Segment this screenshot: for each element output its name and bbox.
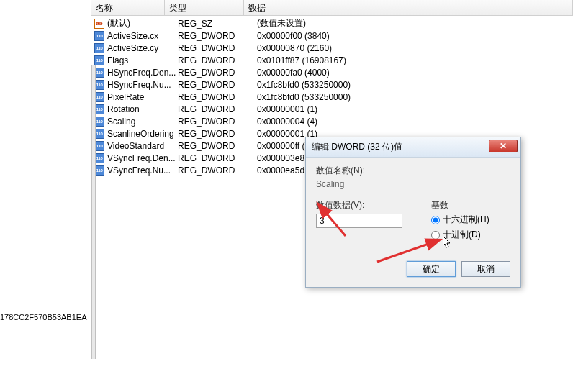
radio-hex[interactable]: 十六进制(H) [431,214,510,226]
value-name-label: 数值名称(N): [316,165,510,177]
ok-button[interactable]: 确定 [407,261,456,277]
row-type: REG_DWORD [178,31,257,41]
close-button[interactable]: ✕ [489,140,518,152]
reg-dword-icon [94,129,104,139]
header-data[interactable]: 数据 [244,0,573,15]
row-type: REG_DWORD [178,104,257,114]
row-data: 0x0101ff87 (16908167) [257,55,573,65]
value-data-label: 数值数据(V): [316,199,417,211]
row-data: (数值未设置) [257,17,573,29]
row-type: REG_DWORD [178,92,257,102]
row-data: 0x1fc8bfd0 (533250000) [257,80,573,90]
row-name: HSyncFreq.Den... [107,68,178,78]
header-type[interactable]: 类型 [165,0,244,15]
reg-sz-icon [94,19,104,29]
row-name: VSyncFreq.Den... [107,153,178,163]
row-data: 0x00000870 (2160) [257,43,573,53]
value-data-input[interactable] [316,214,402,228]
row-type: REG_DWORD [178,165,257,176]
row-data: 0x00000001 (1) [257,104,573,114]
reg-dword-icon [94,117,104,127]
radio-dec-label: 十进制(D) [443,229,481,241]
table-row[interactable]: FlagsREG_DWORD0x0101ff87 (16908167) [91,54,573,66]
reg-dword-icon [94,43,104,53]
base-label: 基数 [431,199,510,211]
row-data: 0x1fc8bfd0 (533250000) [257,92,573,102]
edit-dword-dialog: 编辑 DWORD (32 位)值 ✕ 数值名称(N): Scaling 数值数据… [305,137,521,288]
table-row[interactable]: ScalingREG_DWORD0x00000004 (4) [91,115,573,127]
close-icon: ✕ [500,141,507,151]
reg-dword-icon [94,68,104,78]
row-type: REG_DWORD [178,141,257,151]
row-name: Rotation [107,104,178,114]
row-type: REG_DWORD [178,117,257,127]
reg-dword-icon [94,92,104,102]
cancel-button[interactable]: 取消 [461,261,510,277]
radio-dec-input[interactable] [431,231,440,240]
row-name: Scaling [107,117,178,127]
table-row[interactable]: ActiveSize.cxREG_DWORD0x00000f00 (3840) [91,29,573,42]
table-row[interactable]: (默认)REG_SZ(数值未设置) [91,17,573,29]
row-data: 0x00000fa0 (4000) [257,68,573,78]
panel-splitter[interactable] [91,65,96,359]
row-type: REG_DWORD [178,129,257,139]
radio-dec[interactable]: 十进制(D) [431,229,510,241]
table-row[interactable]: HSyncFreq.Nu...REG_DWORD0x1fc8bfd0 (5332… [91,78,573,91]
row-type: REG_DWORD [178,80,257,90]
reg-dword-icon [94,141,104,151]
dialog-titlebar[interactable]: 编辑 DWORD (32 位)值 ✕ [306,137,520,158]
radio-hex-label: 十六进制(H) [443,214,489,226]
reg-dword-icon [94,55,104,65]
row-data: 0x00000004 (4) [257,117,573,127]
header-name[interactable]: 名称 [91,0,165,15]
dialog-title: 编辑 DWORD (32 位)值 [312,141,402,153]
row-name: VSyncFreq.Nu... [107,165,178,176]
row-type: REG_SZ [178,19,257,29]
row-data: 0x00000f00 (3840) [257,31,573,41]
table-row[interactable]: PixelRateREG_DWORD0x1fc8bfd0 (533250000) [91,91,573,103]
row-name: ActiveSize.cx [107,31,178,41]
row-name: ScanlineOrdering [107,129,178,139]
table-row[interactable]: RotationREG_DWORD0x00000001 (1) [91,103,573,115]
row-name: PixelRate [107,92,178,102]
list-header: 名称 类型 数据 [91,0,573,16]
row-name: VideoStandard [107,141,178,151]
row-name: ActiveSize.cy [107,43,178,53]
tree-item-text[interactable]: 178CC2F570B53AB1EA [0,313,86,322]
tree-panel[interactable]: 178CC2F570B53AB1EA [0,0,91,392]
reg-dword-icon [94,165,104,176]
row-name: (默认) [107,17,178,29]
reg-dword-icon [94,104,104,114]
row-type: REG_DWORD [178,68,257,78]
row-name: Flags [107,55,178,65]
table-row[interactable]: HSyncFreq.Den...REG_DWORD0x00000fa0 (400… [91,66,573,78]
reg-dword-icon [94,31,104,41]
row-type: REG_DWORD [178,43,257,53]
table-row[interactable]: ActiveSize.cyREG_DWORD0x00000870 (2160) [91,42,573,54]
radio-hex-input[interactable] [431,216,440,224]
row-name: HSyncFreq.Nu... [107,80,178,90]
row-type: REG_DWORD [178,153,257,163]
row-type: REG_DWORD [178,55,257,65]
value-name-text: Scaling [316,179,510,189]
reg-dword-icon [94,80,104,90]
reg-dword-icon [94,153,104,163]
